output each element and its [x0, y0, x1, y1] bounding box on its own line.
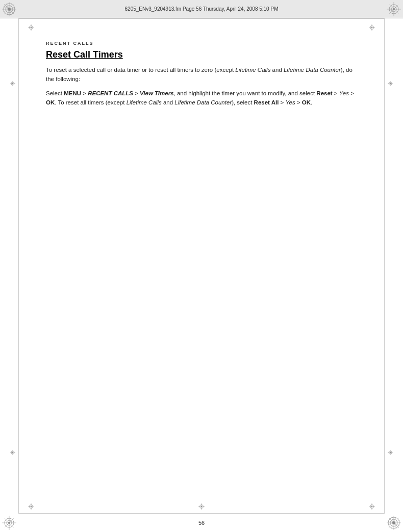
corner-mark-top-left [2, 2, 16, 16]
footer-area: 56 [0, 514, 403, 532]
para2-mid: , and highlight the timer you want to mo… [174, 90, 317, 96]
para2-mid2: . To reset all timers (except [55, 99, 126, 105]
content-area: RECENT CALLS Reset Call Timers To reset … [46, 41, 362, 501]
cross-bottom-center [198, 502, 205, 509]
paragraph-1: To reset a selected call or data timer o… [46, 66, 362, 84]
corner-mark-top-right [387, 2, 401, 16]
margin-mark-left-top [10, 79, 15, 84]
para2-mid3: ), select [232, 99, 254, 105]
para1-text-start: To reset a selected call or data timer o… [46, 67, 235, 73]
para2-italic5: Yes [339, 90, 349, 96]
para1-italic1: Lifetime Calls [235, 67, 270, 73]
header-text: 6205_ENv3_9204913.fm Page 56 Thursday, A… [125, 6, 279, 12]
cross-top-left [28, 23, 34, 30]
para2-sep4: > [349, 90, 354, 96]
para2-bold2: OK [46, 99, 55, 105]
para2-bold4: OK [302, 99, 311, 105]
para2-italic7: Lifetime Data Counter [174, 99, 232, 105]
para2-end: . [311, 99, 312, 105]
margin-mark-right-bottom [388, 448, 393, 453]
para2-bold1: Reset [316, 90, 332, 96]
section-title: Reset Call Timers [46, 49, 362, 61]
header-bar: 6205_ENv3_9204913.fm Page 56 Thursday, A… [0, 0, 403, 18]
margin-mark-right-top [388, 79, 393, 84]
para2-sep3: > [333, 90, 339, 96]
para2-sep1: > [81, 90, 88, 96]
para2-start: Select [46, 90, 64, 96]
cross-bottom-right [369, 502, 375, 509]
para2-italic6: Lifetime Calls [127, 99, 162, 105]
para2-menu: MENU [64, 90, 81, 96]
page-number: 56 [198, 520, 205, 526]
para2-sep5: > [279, 99, 285, 105]
para1-italic2: Lifetime Data Counter [284, 67, 341, 73]
para2-bold3: Reset All [254, 99, 279, 105]
para2-italic8: Yes [286, 99, 295, 105]
section-label: RECENT CALLS [46, 41, 362, 46]
para2-italic4: View Timers [140, 90, 173, 96]
cross-top-right [369, 23, 375, 30]
para2-italic3: RECENT CALLS [88, 90, 133, 96]
para1-and: and [270, 67, 284, 73]
cross-bottom-left [28, 502, 34, 509]
paragraph-2: Select MENU > RECENT CALLS > View Timers… [46, 89, 362, 108]
para2-and2: and [162, 99, 175, 105]
para2-sep6: > [295, 99, 302, 105]
margin-mark-left-bottom [10, 448, 15, 453]
para2-sep2: > [133, 90, 140, 96]
